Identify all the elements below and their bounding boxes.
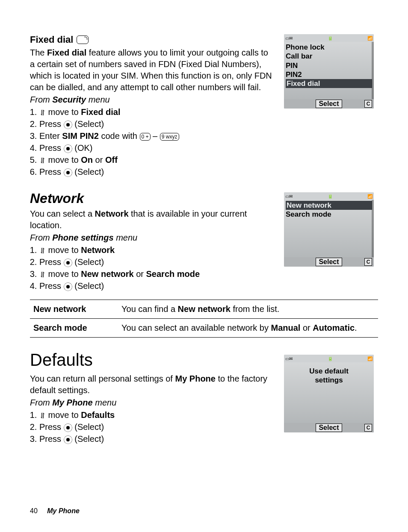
nav-updown-icon: ⥯ — [39, 247, 46, 255]
text: move to — [46, 107, 81, 117]
softkey-clear: C — [364, 258, 372, 266]
softkey-select: Select — [316, 258, 342, 266]
step: ⥯ move to Network — [39, 244, 274, 256]
step: Press (Select) — [39, 280, 274, 292]
defaults-paragraph: You can return all personal settings of … — [30, 373, 274, 396]
chapter-title: My Phone — [47, 507, 80, 514]
status-bar: ▭✉🔋📶 — [284, 192, 374, 200]
status-icon: ▭✉ — [285, 194, 293, 199]
menu-item: PIN — [286, 61, 372, 70]
text: code with — [99, 131, 140, 141]
text: menu — [86, 95, 110, 104]
heading-network: Network — [30, 191, 274, 206]
softkey-bar: Select C — [284, 99, 374, 109]
text: from the list. — [231, 304, 279, 314]
screen-body: New network Search mode — [284, 200, 374, 257]
step: Press (Select) — [39, 118, 274, 130]
text-bold: Automatic — [313, 323, 355, 332]
menu-item-selected: New network — [286, 201, 372, 210]
battery-icon: 🔋 — [328, 36, 333, 41]
text: From — [30, 398, 52, 407]
text: The — [30, 48, 47, 57]
text: (Select) — [72, 257, 104, 267]
network-options-table: New network You can find a New network f… — [30, 300, 378, 338]
text: move to — [46, 410, 81, 420]
text: move to — [46, 155, 81, 165]
text: You can return all personal settings of — [30, 374, 175, 383]
text: Enter — [39, 131, 62, 141]
text: or — [300, 323, 313, 332]
text: . — [355, 323, 357, 332]
from-line: From Security menu — [30, 94, 274, 106]
heading-defaults: Defaults — [30, 350, 274, 370]
text-bold: Network — [81, 245, 115, 255]
phone-screenshot-security: ▭✉🔋📶 Phone lock Call bar PIN PIN2 Fixed … — [284, 34, 374, 109]
step: Press (Select) — [39, 166, 274, 178]
softkey-clear: C — [364, 100, 372, 108]
screen-body: Phone lock Call bar PIN PIN2 Fixed dial — [284, 42, 374, 99]
text: – — [151, 131, 160, 141]
step: Press (Select) — [39, 421, 274, 433]
text: You can select a — [30, 209, 95, 218]
phone-screenshot-network: ▭✉🔋📶 New network Search mode Select C — [284, 192, 374, 267]
step: Press (OK) — [39, 142, 274, 154]
text: You can find a — [121, 304, 178, 314]
option-desc: You can select an available network by M… — [118, 319, 378, 338]
softkey-select: Select — [316, 100, 342, 108]
text-bold: Network — [95, 209, 129, 218]
softkey-clear: C — [364, 424, 372, 432]
text: or — [134, 269, 146, 279]
center-key-icon — [64, 168, 72, 177]
text: (Select) — [72, 434, 104, 444]
scrollbar — [372, 200, 374, 257]
center-key-icon — [64, 423, 72, 432]
status-icon: ▭✉ — [285, 356, 293, 361]
center-key-icon — [64, 282, 72, 291]
text: Press — [39, 422, 64, 432]
key-0-icon: 0 + — [140, 133, 151, 141]
text-bold: Fixed dial — [47, 48, 86, 57]
heading-text: Fixed dial — [30, 34, 73, 45]
signal-icon: 📶 — [367, 36, 373, 41]
heading-fixed-dial: Fixed dial — [30, 34, 274, 45]
text: Press — [39, 257, 64, 267]
option-name: New network — [30, 300, 118, 319]
step: Press (Select) — [39, 256, 274, 268]
text-bold: Phone settings — [52, 233, 113, 242]
text: (Select) — [72, 119, 104, 129]
screen-body: Use default settings — [284, 362, 374, 423]
text: Press — [39, 143, 64, 153]
text-bold: New network — [81, 269, 133, 279]
text: menu — [93, 398, 117, 407]
nav-updown-icon: ⥯ — [39, 157, 46, 165]
signal-icon: 📶 — [367, 356, 373, 361]
softkey-select: Select — [316, 423, 342, 432]
phone-screenshot-defaults: ▭✉🔋📶 Use default settings Select C — [284, 355, 374, 432]
center-key-icon — [64, 259, 72, 267]
nav-updown-icon: ⥯ — [39, 412, 46, 420]
text-bold: My Phone — [52, 398, 92, 407]
text-bold: My Phone — [175, 374, 215, 383]
text: (Select) — [72, 422, 104, 432]
text-bold: Off — [105, 155, 118, 165]
status-bar: ▭✉🔋📶 — [284, 355, 374, 362]
dialog-text: Use default — [309, 367, 349, 376]
dialog-text: settings — [315, 376, 343, 385]
status-bar: ▭✉🔋📶 — [284, 34, 374, 42]
step: ⥯ move to New network or Search mode — [39, 268, 274, 280]
nav-updown-icon: ⥯ — [39, 271, 46, 279]
defaults-steps: ⥯ move to Defaults Press (Select) Press … — [39, 409, 274, 445]
battery-icon: 🔋 — [328, 356, 333, 361]
text: From — [30, 95, 52, 104]
page-footer: 40 My Phone — [30, 507, 80, 515]
option-desc: You can find a New network from the list… — [118, 300, 378, 319]
sim-icon — [77, 35, 89, 44]
network-steps: ⥯ move to Network Press (Select) ⥯ move … — [39, 244, 274, 292]
network-paragraph: You can select a Network that is availab… — [30, 208, 274, 231]
menu-item: Search mode — [286, 210, 372, 219]
step: ⥯ move to On or Off — [39, 154, 274, 166]
text-bold: Defaults — [81, 410, 115, 420]
table-row: Search mode You can select an available … — [30, 319, 378, 338]
status-icon: ▭✉ — [285, 36, 293, 41]
center-key-icon — [64, 144, 72, 153]
